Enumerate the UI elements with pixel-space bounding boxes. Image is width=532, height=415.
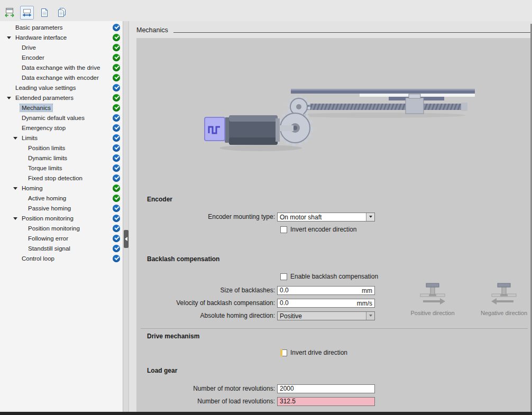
motor-revolutions-label: Number of motor revolutions: xyxy=(147,385,277,392)
backlash-section-heading: Backlash compensation xyxy=(147,255,219,263)
sidebar-item-dynamic-default-values[interactable]: Dynamic default values xyxy=(0,113,123,123)
enable-backlash-checkbox[interactable] xyxy=(280,273,287,280)
sidebar-item-label: Encoder xyxy=(20,54,46,61)
backlash-velocity-unit: mm/s xyxy=(357,300,372,307)
expand-arrow-icon[interactable] xyxy=(12,214,20,223)
sidebar-item-encoder[interactable]: Encoder xyxy=(0,52,123,62)
homing-direction-select[interactable]: Positive xyxy=(277,311,375,320)
encoder-mounting-row: Encoder mounting type: On motor shaft xyxy=(147,212,375,222)
sidebar-item-position-monitoring-group[interactable]: Position monitoring xyxy=(0,213,123,223)
sidebar-item-passive-homing[interactable]: Passive homing xyxy=(0,203,123,213)
sidebar-item-label: Extended parameters xyxy=(14,94,75,102)
sidebar-item-label: Dynamic default values xyxy=(20,114,86,122)
tree-indent-spacer xyxy=(18,174,26,182)
expand-arrow-icon[interactable] xyxy=(5,33,14,42)
sidebar-item-label: Hardware interface xyxy=(14,34,68,41)
invert-encoder-label: Invert encoder direction xyxy=(290,226,356,233)
load-revolutions-field[interactable] xyxy=(277,397,375,406)
sidebar-item-label: Fixed stop detection xyxy=(26,174,84,182)
invert-drive-checkbox[interactable] xyxy=(280,349,287,356)
page-title: Mechanics xyxy=(136,26,168,34)
sidebar-item-extended-parameters[interactable]: Extended parameters xyxy=(0,93,123,103)
sidebar-item-position-monitoring[interactable]: Position monitoring xyxy=(0,223,123,233)
chevron-down-icon[interactable] xyxy=(366,213,374,221)
expand-arrow-icon[interactable] xyxy=(12,184,20,192)
check-circle-icon xyxy=(113,44,120,51)
check-circle-icon xyxy=(113,215,120,222)
enable-backlash-label: Enable backlash compensation xyxy=(290,273,378,280)
invert-encoder-row: Invert encoder direction xyxy=(280,226,356,233)
sidebar-item-label: Limits xyxy=(20,134,39,142)
sidebar-item-label: Control loop xyxy=(20,255,56,262)
drive-mechanism-heading: Drive mechanism xyxy=(147,333,199,340)
check-circle-icon xyxy=(113,205,120,212)
sidebar-item-data-exchange-with-the-drive[interactable]: Data exchange with the drive xyxy=(0,62,123,72)
tree-indent-spacer xyxy=(12,124,20,132)
backlash-size-field[interactable]: mm xyxy=(277,286,375,295)
motor-revolutions-input[interactable] xyxy=(278,385,374,393)
sidebar-item-mechanics[interactable]: Mechanics xyxy=(0,103,123,113)
nav-splitter[interactable] xyxy=(123,21,129,412)
encoder-section-heading: Encoder xyxy=(147,196,172,203)
sidebar-item-label: Passive homing xyxy=(26,205,72,212)
sidebar-item-standstill-signal[interactable]: Standstill signal xyxy=(0,243,123,253)
sidebar-item-leading-value-settings[interactable]: Leading value settings xyxy=(0,82,123,93)
function-view-icon[interactable] xyxy=(3,6,16,20)
negative-direction-icon xyxy=(490,280,518,306)
tree-indent-spacer xyxy=(12,254,20,263)
document-icon[interactable] xyxy=(38,6,51,20)
motor-revolutions-row: Number of motor revolutions: xyxy=(147,384,375,393)
check-circle-icon xyxy=(113,54,120,61)
invert-encoder-checkbox[interactable] xyxy=(280,226,287,233)
tree-indent-spacer xyxy=(12,53,20,62)
horizontal-sync-icon[interactable] xyxy=(20,6,34,20)
sidebar-item-label: Emergency stop xyxy=(20,124,67,132)
check-circle-icon xyxy=(113,104,120,112)
encoder-mounting-label: Encoder mounting type: xyxy=(147,213,277,220)
tree-indent-spacer xyxy=(18,194,26,202)
sidebar-item-label: Position monitoring xyxy=(26,225,81,232)
motor-revolutions-field[interactable] xyxy=(277,384,375,393)
check-circle-icon xyxy=(113,74,120,81)
positive-direction-caption: Positive direction xyxy=(410,310,454,316)
check-circle-icon xyxy=(113,195,120,202)
sidebar-item-active-homing[interactable]: Active homing xyxy=(0,193,123,203)
sidebar-item-homing[interactable]: Homing xyxy=(0,183,123,193)
page-title-row: Mechanics xyxy=(136,26,532,34)
sidebar-item-basic-parameters[interactable]: Basic parameters xyxy=(0,22,123,32)
invert-drive-row: Invert drive direction xyxy=(280,349,347,356)
load-revolutions-input[interactable] xyxy=(278,398,374,405)
collapse-panel-handle[interactable] xyxy=(124,230,129,248)
backlash-size-input[interactable] xyxy=(278,287,374,294)
sidebar-item-following-error[interactable]: Following error xyxy=(0,233,123,243)
sidebar-item-emergency-stop[interactable]: Emergency stop xyxy=(0,123,123,133)
sidebar-item-fixed-stop-detection[interactable]: Fixed stop detection xyxy=(0,173,123,183)
check-circle-icon xyxy=(113,154,120,162)
sidebar-item-data-exchange-with-encoder[interactable]: Data exchange with encoder xyxy=(0,72,123,82)
backlash-velocity-field[interactable]: mm/s xyxy=(277,299,375,308)
sidebar-item-label: Leading value settings xyxy=(14,84,77,91)
homing-direction-label: Absolute homing direction: xyxy=(147,312,277,319)
expand-arrow-icon[interactable] xyxy=(5,94,14,102)
sidebar-item-dynamic-limits[interactable]: Dynamic limits xyxy=(0,153,123,163)
sidebar-item-limits[interactable]: Limits xyxy=(0,133,123,143)
sidebar-item-label: Basic parameters xyxy=(14,24,64,31)
tree-indent-spacer xyxy=(18,164,26,172)
check-circle-icon xyxy=(113,245,120,252)
mechanics-illustration xyxy=(204,85,476,153)
backlash-velocity-row: Velocity of backlash compensation: mm/s xyxy=(147,298,375,308)
documents-icon[interactable] xyxy=(55,6,69,20)
sidebar-item-drive[interactable]: Drive xyxy=(0,42,123,52)
sidebar-item-label: Following error xyxy=(26,235,70,242)
tree-indent-spacer xyxy=(12,73,20,82)
sidebar-item-control-loop[interactable]: Control loop xyxy=(0,253,123,263)
expand-arrow-icon[interactable] xyxy=(12,134,20,142)
sidebar-item-hardware-interface[interactable]: Hardware interface xyxy=(0,32,123,42)
sidebar-item-position-limits[interactable]: Position limits xyxy=(0,143,123,153)
load-gear-heading: Load gear xyxy=(147,367,177,374)
main-panel: Mechanics xyxy=(129,21,532,415)
sidebar-item-torque-limits[interactable]: Torque limits xyxy=(0,163,123,173)
chevron-down-icon[interactable] xyxy=(366,312,374,320)
toolbar xyxy=(0,0,532,21)
encoder-mounting-select[interactable]: On motor shaft xyxy=(277,213,375,222)
